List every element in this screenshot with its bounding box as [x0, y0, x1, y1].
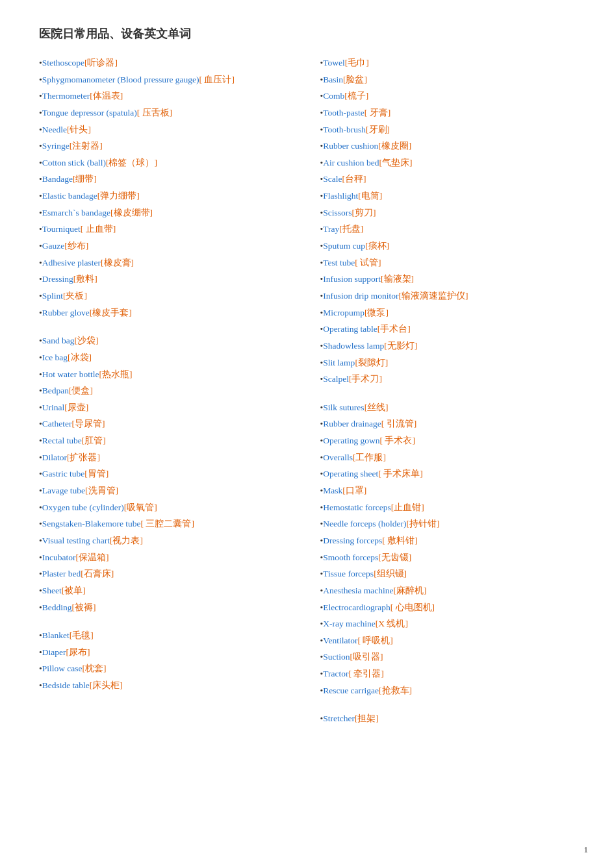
vocab-zh: [橡皮绷带]: [110, 208, 153, 217]
vocab-item: •Gauze[纱布]: [39, 238, 294, 254]
vocab-en: Rectal tube: [42, 436, 82, 445]
vocab-zh: [牙刷]: [366, 125, 390, 134]
page-number: 1: [584, 845, 589, 855]
vocab-en: Hemostatic forceps: [323, 502, 391, 512]
vocab-en: Needle: [42, 125, 67, 134]
vocab-zh: [弹力绷带]: [97, 191, 140, 201]
vocab-item: •Esmarch`s bandage[橡皮绷带]: [39, 205, 294, 221]
vocab-en: Dilator: [42, 453, 67, 462]
vocab-en: Tooth-brush: [323, 125, 366, 134]
vocab-item: •Operating sheet[ 手术床单]: [320, 465, 576, 482]
page-title: 医院日常用品、设备英文单词: [39, 26, 575, 42]
vocab-zh: [ 手术衣]: [380, 436, 415, 445]
vocab-en: Stethoscope: [42, 58, 84, 68]
vocab-zh: [手术台]: [377, 324, 411, 334]
vocab-zh: [ 敷料钳]: [382, 536, 417, 545]
vocab-item: •X-ray machine[X 线机]: [320, 615, 576, 632]
vocab-en: Thermometer: [42, 91, 90, 101]
vocab-item: •Splint[夹板]: [39, 288, 294, 304]
vocab-zh: [痰杯]: [365, 241, 389, 251]
vocab-zh: [冰袋]: [68, 353, 92, 362]
section-gap: [320, 699, 576, 710]
vocab-zh: [导尿管]: [71, 419, 105, 428]
vocab-en: Esmarch`s bandage: [42, 208, 110, 217]
vocab-item: •Bandage[绷带]: [39, 171, 294, 188]
vocab-item: •Sand bag[沙袋]: [39, 332, 294, 349]
vocab-en: Incubator: [42, 552, 76, 562]
right-column: •Towel[毛巾]•Basin[脸盆]•Comb[梳子]•Tooth-past…: [307, 55, 576, 727]
vocab-item: •Tourniquet[ 止血带]: [39, 221, 294, 238]
vocab-zh: [扩张器]: [67, 453, 100, 462]
vocab-en: Tissue forceps: [323, 569, 374, 578]
vocab-zh: [毛毯]: [70, 630, 94, 640]
vocab-en: Pillow case: [42, 663, 83, 673]
vocab-item: •Shadowless lamp[无影灯]: [320, 338, 576, 354]
vocab-en: Plaster bed: [42, 569, 81, 578]
vocab-item: •Tray[托盘]: [320, 221, 576, 238]
vocab-zh: [沙袋]: [75, 336, 99, 345]
vocab-en: Test tube: [323, 258, 355, 267]
vocab-item: •Stretcher[担架]: [320, 710, 576, 727]
vocab-zh: [托盘]: [339, 224, 363, 234]
vocab-en: Bedding: [42, 602, 72, 612]
vocab-zh: [毛巾]: [345, 58, 369, 68]
vocab-item: •Mask[口罩]: [320, 482, 576, 499]
vocab-zh: [热水瓶]: [99, 369, 132, 379]
vocab-zh: [ 引流管]: [381, 419, 416, 428]
vocab-zh: [洗胃管]: [85, 486, 118, 495]
vocab-en: Urinal: [42, 403, 65, 412]
vocab-zh: [止血钳]: [391, 502, 424, 512]
vocab-en: Scissors: [323, 208, 352, 217]
vocab-item: •Sheet[被单]: [39, 582, 294, 599]
vocab-item: •Dressing forceps[ 敷料钳]: [320, 532, 576, 549]
vocab-en: Oxygen tube (cylinder): [42, 502, 124, 512]
vocab-item: •Elastic bandage[弹力绷带]: [39, 188, 294, 205]
vocab-en: Basin: [323, 75, 343, 84]
vocab-en: Infusion support: [323, 274, 381, 284]
vocab-item: •Gastric tube[胃管]: [39, 465, 294, 482]
vocab-en: Shadowless lamp: [323, 341, 384, 351]
vocab-item: •Basin[脸盆]: [320, 71, 576, 88]
vocab-en: Rubber glove: [42, 308, 90, 317]
vocab-item: •Anesthesia machine[麻醉机]: [320, 582, 576, 599]
vocab-zh: [梳子]: [344, 91, 368, 101]
vocab-zh: [注射器]: [70, 141, 103, 151]
vocab-zh: [纱布]: [64, 241, 88, 251]
vocab-item: •Suction[吸引器]: [320, 649, 576, 665]
page-container: 医院日常用品、设备英文单词 •Stethoscope[听诊器]•Sphygmom…: [0, 0, 614, 753]
vocab-item: •Stethoscope[听诊器]: [39, 55, 294, 71]
vocab-en: Overalls: [323, 453, 353, 462]
vocab-item: •Rubber glove[橡皮手套]: [39, 304, 294, 321]
vocab-en: Blanket: [42, 630, 70, 640]
vocab-zh: [ 牵引器]: [348, 669, 383, 678]
vocab-en: Electrocardiograph: [323, 602, 390, 612]
left-column: •Stethoscope[听诊器]•Sphygmomanometer (Bloo…: [39, 55, 307, 694]
vocab-zh: [棉签（球）]: [106, 158, 157, 167]
vocab-zh: [吸氧管]: [124, 502, 157, 512]
vocab-item: •Dressing[敷料]: [39, 271, 294, 288]
vocab-item: •Catheter[导尿管]: [39, 415, 294, 432]
vocab-zh: [枕套]: [83, 663, 107, 673]
vocab-item: •Adhesive plaster[橡皮膏]: [39, 254, 294, 271]
vocab-item: •Pillow case[枕套]: [39, 660, 294, 677]
vocab-en: Bandage: [42, 174, 73, 184]
vocab-en: Hot water bottle: [42, 369, 99, 379]
vocab-en: Elastic bandage: [42, 191, 97, 201]
vocab-zh: [持针钳]: [406, 519, 439, 528]
vocab-en: Ice bag: [42, 353, 68, 362]
vocab-en: Bedside table: [42, 680, 90, 690]
vocab-zh: [ 三腔二囊管]: [141, 519, 194, 528]
vocab-zh: [工作服]: [353, 453, 386, 462]
vocab-en: Tongue depressor (spatula): [42, 108, 137, 118]
vocab-zh: [肛管]: [82, 436, 106, 445]
vocab-item: •Test tube[ 试管]: [320, 254, 576, 271]
vocab-en: Ventilator: [323, 636, 357, 645]
vocab-zh: [床头柜]: [90, 680, 123, 690]
vocab-zh: [手术刀]: [349, 374, 382, 384]
vocab-zh: [橡皮膏]: [101, 258, 134, 267]
vocab-en: Diaper: [42, 647, 66, 657]
vocab-en: Tourniquet: [42, 224, 81, 234]
vocab-en: Operating table: [323, 324, 377, 334]
vocab-en: Dressing forceps: [323, 536, 382, 545]
vocab-item: •Oxygen tube (cylinder)[吸氧管]: [39, 499, 294, 516]
